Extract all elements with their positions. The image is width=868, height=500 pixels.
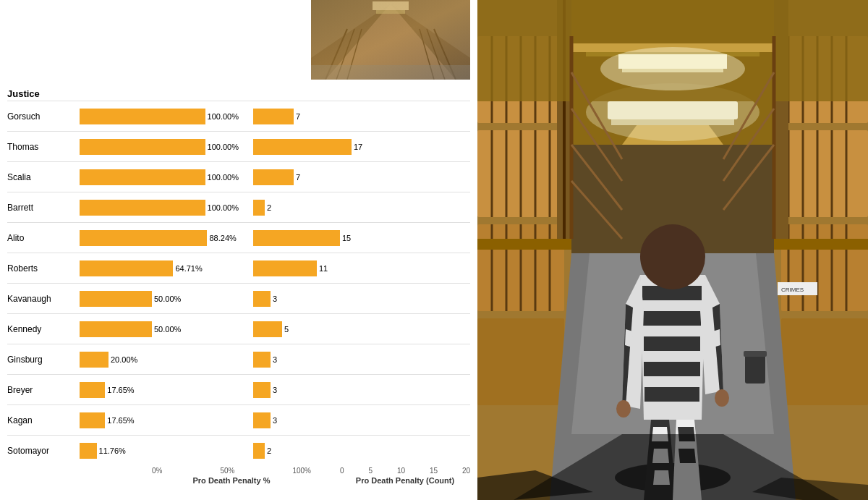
justice-name: Scalia xyxy=(7,172,80,182)
count-bar-area: 7 xyxy=(253,109,383,124)
svg-rect-83 xyxy=(644,387,699,402)
pct-bar-area: 17.65% xyxy=(80,382,239,398)
svg-rect-69 xyxy=(744,351,767,357)
chart-row: Roberts 64.71% 11 xyxy=(7,253,470,283)
svg-rect-80 xyxy=(643,311,701,326)
count-bar xyxy=(253,443,265,459)
chart-row: Kennedy 50.00% 5 xyxy=(7,313,470,344)
count-label: 2 xyxy=(267,446,271,455)
svg-rect-46 xyxy=(781,130,868,217)
prison-image: CRIMES xyxy=(477,0,868,500)
justice-name: Barrett xyxy=(7,203,80,213)
pct-label: 17.65% xyxy=(107,416,134,425)
justice-name: Kagan xyxy=(7,415,80,425)
count-bar xyxy=(253,200,265,216)
pct-bar xyxy=(80,412,105,428)
chart-row: Ginsburg 20.00% 3 xyxy=(7,344,470,374)
count-bar-area: 15 xyxy=(253,230,383,246)
pct-label: 88.24% xyxy=(209,234,236,242)
pct-bar-area: 50.00% xyxy=(80,321,239,337)
svg-point-102 xyxy=(600,47,745,90)
justice-name: Kavanaugh xyxy=(7,294,80,304)
pct-bar xyxy=(80,382,105,398)
count-bar-area: 7 xyxy=(253,169,383,185)
count-label: 3 xyxy=(273,355,277,364)
justice-name: Breyer xyxy=(7,385,80,395)
chart-section: Justice Gorsuch 100.00% 7 Thomas 100.00%… xyxy=(0,0,477,500)
pct-label: 64.71% xyxy=(175,264,202,273)
count-bar-area: 11 xyxy=(253,260,383,276)
justice-column-header: Justice xyxy=(7,88,80,99)
count-bar-area: 2 xyxy=(253,200,383,216)
pct-bar-area: 100.00% xyxy=(80,109,239,124)
svg-rect-4 xyxy=(373,1,409,10)
svg-rect-43 xyxy=(477,239,571,250)
pct-bar-area: 20.00% xyxy=(80,352,239,368)
svg-line-10 xyxy=(427,29,445,80)
pct-bar xyxy=(80,230,207,246)
count-bar xyxy=(253,352,271,368)
count-bar-area: 3 xyxy=(253,412,383,428)
svg-line-9 xyxy=(434,29,456,80)
count-bar xyxy=(253,260,317,276)
pct-bar xyxy=(80,169,205,185)
pct-label: 11.76% xyxy=(99,446,126,455)
count-label: 17 xyxy=(354,143,362,151)
pct-label: 20.00% xyxy=(111,355,137,364)
count-bar-area: 17 xyxy=(253,139,383,155)
pct-bar xyxy=(80,109,205,124)
pct-label: 50.00% xyxy=(154,295,181,303)
chart-row: Alito 88.24% 15 xyxy=(7,222,470,253)
pct-label: 100.00% xyxy=(208,173,239,182)
svg-rect-25 xyxy=(477,318,564,405)
pct-label: 100.00% xyxy=(208,112,239,121)
svg-rect-47 xyxy=(781,224,868,311)
pct-bar-area: 17.65% xyxy=(80,412,239,428)
svg-line-11 xyxy=(420,29,434,80)
count-bar-area: 3 xyxy=(253,291,383,307)
svg-rect-82 xyxy=(644,362,700,376)
pct-label: 17.65% xyxy=(107,386,134,394)
justice-name: Alito xyxy=(7,233,80,243)
svg-marker-86 xyxy=(625,329,633,347)
count-axis-label: Pro Death Penalty (Count) xyxy=(340,476,470,485)
svg-marker-1 xyxy=(326,4,456,80)
justice-name: Ginsburg xyxy=(7,355,80,365)
count-bar xyxy=(253,169,294,185)
justice-name: Sotomayor xyxy=(7,446,80,456)
pct-label: 50.00% xyxy=(154,325,181,334)
justice-name: Kennedy xyxy=(7,324,80,334)
bars-area: Gorsuch 100.00% 7 Thomas 100.00% 17 Scal… xyxy=(7,101,470,465)
svg-rect-12 xyxy=(311,65,470,80)
chart-row: Kagan 17.65% 3 xyxy=(7,404,470,435)
chart-title-row: Justice xyxy=(7,88,470,99)
svg-rect-65 xyxy=(774,239,868,250)
count-label: 2 xyxy=(267,203,271,212)
count-label: 11 xyxy=(319,264,328,273)
pct-bar xyxy=(80,321,152,337)
svg-text:CRIMES: CRIMES xyxy=(781,287,804,293)
svg-rect-93 xyxy=(662,271,684,286)
chart-row: Gorsuch 100.00% 7 xyxy=(7,101,470,131)
count-label: 3 xyxy=(273,386,277,394)
count-bar xyxy=(253,230,340,246)
svg-marker-3 xyxy=(391,4,470,80)
pct-bar-area: 11.76% xyxy=(80,443,239,459)
pct-label: 100.00% xyxy=(208,203,239,212)
justice-name: Thomas xyxy=(7,142,80,152)
count-bar xyxy=(253,412,271,428)
svg-rect-48 xyxy=(781,318,868,405)
prison-image-section: CRIMES xyxy=(477,0,868,500)
count-bar-area: 3 xyxy=(253,382,383,398)
count-label: 5 xyxy=(284,325,289,334)
pct-bar xyxy=(80,291,152,307)
justice-name: Roberts xyxy=(7,263,80,274)
svg-line-7 xyxy=(336,29,354,80)
chart-row: Sotomayor 11.76% 2 xyxy=(7,435,470,465)
count-label: 7 xyxy=(296,112,300,121)
svg-rect-68 xyxy=(745,355,765,384)
count-bar xyxy=(253,139,352,155)
svg-rect-5 xyxy=(376,10,405,14)
svg-point-90 xyxy=(616,400,631,418)
svg-point-91 xyxy=(715,389,729,407)
